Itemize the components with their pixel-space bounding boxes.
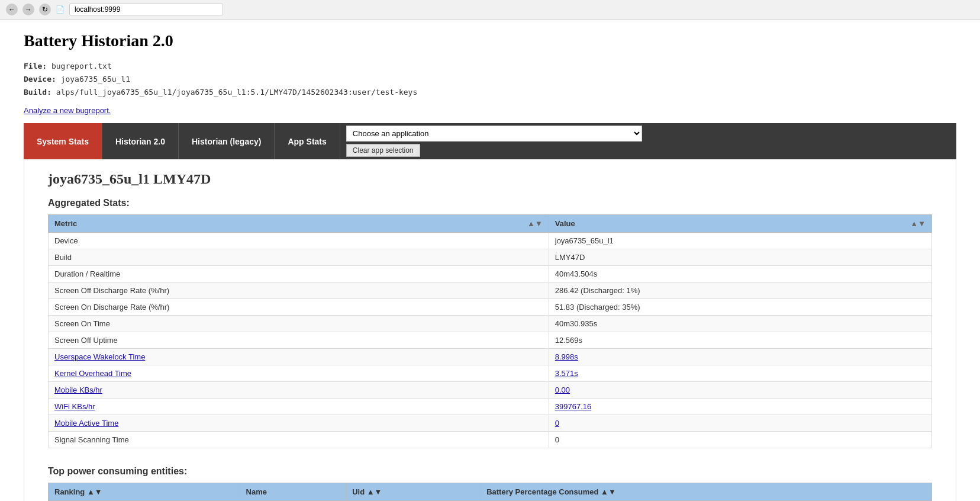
table-row: Mobile Active Time0 (49, 415, 932, 432)
table-row: Userspace Wakelock Time8.998s (49, 349, 932, 365)
value-link[interactable]: 3.571s (555, 369, 578, 378)
table-row: Kernel Overhead Time3.571s (49, 365, 932, 382)
battery-sort-icon: ▲▼ (601, 487, 616, 496)
table-row: Screen On Discharge Rate (%/hr)51.83 (Di… (49, 299, 932, 316)
value-link[interactable]: 0.00 (555, 386, 570, 394)
metric-cell: Screen Off Uptime (49, 332, 549, 349)
uid-sort-icon: ▲▼ (367, 487, 382, 496)
metric-cell: Signal Scanning Time (49, 432, 549, 448)
metric-link[interactable]: Mobile Active Time (54, 419, 118, 428)
value-cell: 0.00 (549, 382, 931, 399)
metric-link[interactable]: Userspace Wakelock Time (54, 352, 145, 361)
file-info: File: bugreport.txt Device: joya6735_65u… (24, 60, 956, 99)
url-bar[interactable] (69, 4, 223, 15)
value-cell: 399767.16 (549, 399, 931, 415)
aggregated-stats-table: Metric ▲▼ Value ▲▼ Devicejoya6735_65u_l1… (48, 214, 932, 448)
table-row: Screen Off Discharge Rate (%/hr)286.42 (… (49, 282, 932, 299)
uid-col-header[interactable]: Uid ▲▼ (346, 483, 481, 501)
power-table-header-row: Ranking ▲▼ Name Uid ▲▼ Battery Percentag… (49, 483, 932, 501)
value-cell: 0 (549, 432, 931, 448)
back-button[interactable]: ← (6, 4, 18, 15)
value-cell: LMY47D (549, 249, 931, 266)
reload-button[interactable]: ↻ (39, 4, 51, 15)
metric-sort-icon: ▲▼ (527, 219, 543, 228)
metric-link[interactable]: Kernel Overhead Time (54, 369, 131, 378)
value-cell: 40m30.935s (549, 316, 931, 332)
table-row: Signal Scanning Time0 (49, 432, 932, 448)
build-label: Build: (24, 88, 51, 97)
build-value: alps/full_joya6735_65u_l1/joya6735_65u_l… (56, 88, 417, 97)
table-row: Screen On Time40m30.935s (49, 316, 932, 332)
metric-link[interactable]: Mobile KBs/hr (54, 386, 102, 394)
main-content: joya6735_65u_l1 LMY47D Aggregated Stats:… (24, 159, 956, 501)
page-title: Battery Historian 2.0 (24, 31, 956, 50)
device-label: Device: (24, 75, 56, 84)
value-col-header[interactable]: Value ▲▼ (549, 215, 931, 233)
file-value: bugreport.txt (51, 62, 112, 70)
top-power-title: Top power consuming entities: (48, 466, 932, 477)
value-cell: 12.569s (549, 332, 931, 349)
tab-app-stats[interactable]: App Stats (275, 123, 340, 159)
metric-cell: Screen Off Discharge Rate (%/hr) (49, 282, 549, 299)
battery-col-header[interactable]: Battery Percentage Consumed ▲▼ (481, 483, 932, 501)
clear-app-button[interactable]: Clear app selection (346, 144, 420, 157)
metric-cell: Build (49, 249, 549, 266)
power-table: Ranking ▲▼ Name Uid ▲▼ Battery Percentag… (48, 483, 932, 501)
ranking-sort-icon: ▲▼ (87, 487, 102, 496)
browser-chrome: ← → ↻ 📄 (0, 0, 980, 20)
table-header-row: Metric ▲▼ Value ▲▼ (49, 215, 932, 233)
table-row: WiFi KBs/hr399767.16 (49, 399, 932, 415)
tab-historian-legacy[interactable]: Historian (legacy) (179, 123, 275, 159)
metric-cell: Screen On Discharge Rate (%/hr) (49, 299, 549, 316)
analyze-link[interactable]: Analyze a new bugreport. (24, 106, 111, 115)
app-dropdown[interactable]: Choose an application (346, 126, 642, 142)
value-cell: 8.998s (549, 349, 931, 365)
file-label: File: (24, 62, 47, 70)
metric-cell: Device (49, 233, 549, 249)
forward-button[interactable]: → (22, 4, 34, 15)
table-row: Screen Off Uptime12.569s (49, 332, 932, 349)
device-heading: joya6735_65u_l1 LMY47D (48, 171, 932, 187)
tab-historian-2[interactable]: Historian 2.0 (102, 123, 179, 159)
tabs-container: System Stats Historian 2.0 Historian (le… (24, 123, 956, 159)
value-link[interactable]: 8.998s (555, 352, 578, 361)
name-col-header[interactable]: Name (240, 483, 346, 501)
tab-system-stats[interactable]: System Stats (24, 123, 102, 159)
metric-col-header[interactable]: Metric ▲▼ (49, 215, 549, 233)
ranking-col-header[interactable]: Ranking ▲▼ (49, 483, 240, 501)
metric-cell: Screen On Time (49, 316, 549, 332)
table-row: BuildLMY47D (49, 249, 932, 266)
value-cell: 0 (549, 415, 931, 432)
value-sort-icon: ▲▼ (910, 219, 926, 228)
value-cell: joya6735_65u_l1 (549, 233, 931, 249)
table-row: Duration / Realtime40m43.504s (49, 266, 932, 282)
aggregated-stats-title: Aggregated Stats: (48, 198, 932, 208)
value-cell: 286.42 (Discharged: 1%) (549, 282, 931, 299)
device-value: joya6735_65u_l1 (61, 75, 130, 84)
value-cell: 51.83 (Discharged: 35%) (549, 299, 931, 316)
app-selector-area: Choose an application Clear app selectio… (340, 123, 956, 159)
page-content: Battery Historian 2.0 File: bugreport.tx… (0, 20, 980, 501)
table-row: Devicejoya6735_65u_l1 (49, 233, 932, 249)
value-link[interactable]: 0 (555, 419, 559, 428)
metric-cell: Duration / Realtime (49, 266, 549, 282)
metric-link[interactable]: WiFi KBs/hr (54, 402, 95, 411)
value-cell: 3.571s (549, 365, 931, 382)
value-link[interactable]: 399767.16 (555, 402, 591, 411)
table-row: Mobile KBs/hr0.00 (49, 382, 932, 399)
value-cell: 40m43.504s (549, 266, 931, 282)
